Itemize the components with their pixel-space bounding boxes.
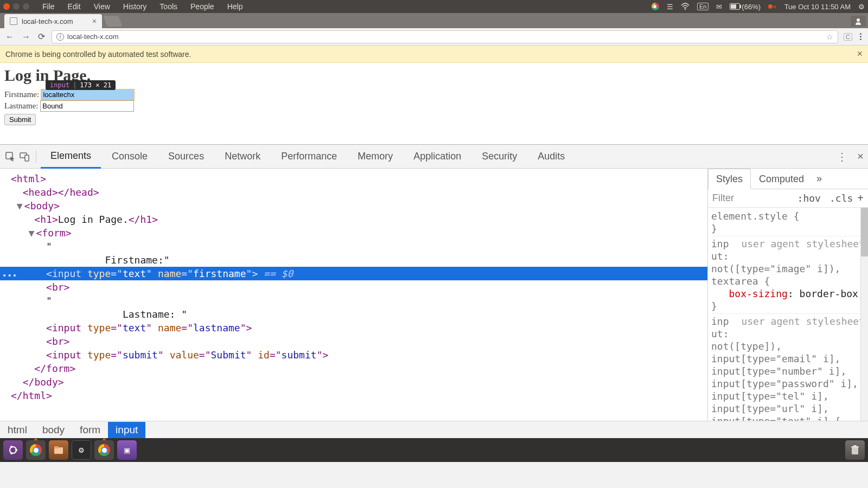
devtools-tabs: Elements Console Sources Network Perform…	[0, 145, 868, 169]
styles-tab-computed[interactable]: Computed	[751, 169, 812, 189]
page-icon	[10, 17, 17, 25]
devtools-tab-security[interactable]: Security	[472, 145, 527, 168]
crumb-body[interactable]: body	[35, 422, 72, 438]
styles-rules[interactable]: element.style { } inpuser agent styleshe…	[708, 208, 868, 421]
indicator-icon[interactable]: ☰	[667, 3, 673, 11]
chrome-tray-icon[interactable]	[652, 3, 659, 10]
svg-point-10	[10, 446, 12, 448]
crumb-form[interactable]: form	[72, 422, 108, 438]
browser-tab[interactable]: local-tech-x.com ×	[4, 14, 102, 28]
forward-button[interactable]: →	[21, 32, 31, 42]
window-maximize-icon[interactable]	[23, 3, 29, 10]
bookmark-star-icon[interactable]: ☆	[826, 33, 833, 41]
lastname-label: Lastname:	[4, 101, 40, 110]
extension-icon[interactable]: C	[844, 33, 852, 41]
devtools-tab-memory[interactable]: Memory	[348, 145, 403, 168]
styles-filter-input[interactable]: Filter	[712, 192, 793, 204]
devtools-tab-application[interactable]: Application	[404, 145, 471, 168]
dom-selected-node[interactable]: ••• <input type="text" name="firstname">…	[0, 267, 707, 280]
svg-rect-2	[731, 4, 736, 9]
lastname-input[interactable]	[40, 100, 134, 112]
menu-edit[interactable]: Edit	[62, 2, 86, 11]
styles-new-rule-icon[interactable]: +	[857, 192, 864, 204]
dom-breadcrumb: html body form input	[0, 421, 868, 438]
new-tab-button[interactable]	[103, 16, 122, 27]
clock[interactable]: Tue Oct 10 11:50 AM	[784, 3, 851, 11]
volume-icon[interactable]: ×	[768, 3, 777, 11]
svg-rect-16	[853, 445, 857, 446]
language-indicator[interactable]: En	[697, 3, 709, 10]
devtools-tab-network[interactable]: Network	[215, 145, 270, 168]
site-info-icon[interactable]: i	[56, 33, 64, 41]
dock-trash-icon[interactable]	[845, 440, 865, 460]
svg-point-11	[10, 452, 12, 454]
devtools-tab-elements[interactable]: Elements	[41, 145, 101, 169]
styles-tab-styles[interactable]: Styles	[708, 169, 751, 189]
window-close-icon[interactable]	[3, 3, 10, 10]
menu-history[interactable]: History	[118, 2, 152, 11]
devtools-tab-console[interactable]: Console	[102, 145, 157, 168]
tooltip-size: 173 × 21	[80, 81, 111, 89]
svg-rect-14	[852, 447, 858, 454]
dock-chrome-icon[interactable]	[26, 440, 46, 460]
inspect-element-icon[interactable]	[4, 151, 16, 163]
dock-files-icon[interactable]	[49, 440, 68, 460]
styles-tabs-more-icon[interactable]: »	[816, 173, 822, 184]
settings-gear-icon[interactable]: ⚙	[858, 3, 865, 11]
dock-chrome-icon-2[interactable]	[94, 440, 114, 460]
launcher-dock: ⚙ ▣	[0, 438, 868, 462]
svg-point-9	[15, 449, 17, 451]
inspector-tooltip: input | 173 × 21	[46, 80, 116, 90]
styles-tabs: Styles Computed »	[708, 169, 868, 189]
devtools-close-icon[interactable]: ×	[857, 150, 864, 163]
devtools-tab-sources[interactable]: Sources	[158, 145, 214, 168]
wifi-icon[interactable]	[681, 3, 690, 10]
dock-settings-icon[interactable]: ⚙	[72, 440, 91, 460]
styles-sidebar: Styles Computed » Filter :hov .cls + ele…	[707, 169, 868, 421]
firstname-input[interactable]	[41, 89, 135, 100]
dock-app-icon[interactable]: ▣	[117, 440, 137, 460]
browser-menu-button[interactable]	[858, 33, 864, 40]
profile-button[interactable]	[851, 16, 866, 27]
dock-ubuntu-icon[interactable]	[3, 440, 23, 460]
banner-close-icon[interactable]: ×	[857, 48, 863, 60]
battery-indicator[interactable]: (66%)	[730, 3, 761, 11]
menu-people[interactable]: People	[185, 2, 220, 11]
devtools-menu-icon[interactable]: ⋮	[837, 150, 847, 163]
devtools-tab-audits[interactable]: Audits	[528, 145, 575, 168]
page-content: input | 173 × 21 Log in Page. Firstname:…	[0, 63, 868, 144]
tab-title: local-tech-x.com	[22, 17, 73, 25]
back-button[interactable]: ←	[4, 32, 15, 42]
window-minimize-icon[interactable]	[13, 3, 20, 10]
styles-cls-toggle[interactable]: .cls	[829, 192, 853, 204]
styles-scrollbar[interactable]	[860, 208, 868, 421]
system-tray: ☰ En ✉ (66%) × Tue Oct 10 11:50 AM ⚙	[652, 3, 865, 11]
device-toolbar-icon[interactable]	[18, 151, 30, 163]
url-text: local-tech-x.com	[67, 33, 119, 41]
svg-point-4	[857, 18, 860, 22]
dom-tree[interactable]: <html> <head></head> ▼<body> <h1>Log in …	[0, 169, 707, 421]
crumb-input[interactable]: input	[108, 422, 145, 438]
svg-rect-15	[851, 446, 859, 448]
firstname-label: Firstname:	[4, 90, 39, 99]
menu-file[interactable]: File	[37, 2, 60, 11]
system-menu-bar: File Edit View History Tools People Help…	[0, 0, 868, 13]
crumb-html[interactable]: html	[0, 422, 35, 438]
menu-help[interactable]: Help	[222, 2, 248, 11]
window-controls	[3, 3, 29, 10]
browser-toolbar: ← → ⟳ i local-tech-x.com ☆ C	[0, 28, 868, 46]
tab-close-icon[interactable]: ×	[92, 17, 97, 25]
svg-rect-13	[54, 446, 59, 448]
page-heading: Log in Page.	[4, 66, 864, 85]
devtools-tab-performance[interactable]: Performance	[271, 145, 347, 168]
menu-tools[interactable]: Tools	[154, 2, 183, 11]
submit-button[interactable]: Submit	[4, 114, 36, 125]
svg-rect-3	[740, 5, 741, 8]
tooltip-tag: input	[50, 81, 69, 89]
mail-icon[interactable]: ✉	[716, 3, 722, 11]
reload-button[interactable]: ⟳	[37, 31, 46, 42]
automation-banner: Chrome is being controlled by automated …	[0, 46, 868, 63]
styles-hov-toggle[interactable]: :hov	[797, 192, 821, 204]
address-bar[interactable]: i local-tech-x.com ☆	[52, 30, 838, 43]
menu-view[interactable]: View	[88, 2, 116, 11]
